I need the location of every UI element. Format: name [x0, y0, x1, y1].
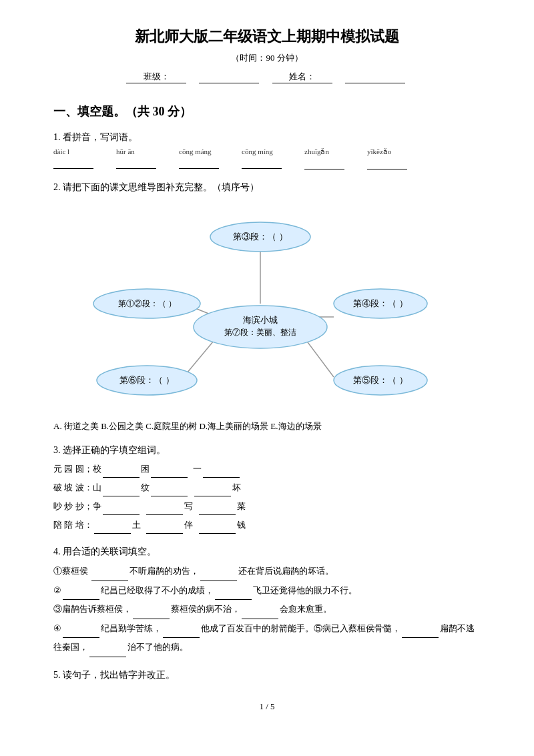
svg-text:第⑤段：（  ）: 第⑤段：（ ）	[353, 375, 407, 385]
question-5: 5. 读句子，找出错字并改正。	[53, 669, 481, 681]
q3-blank-3[interactable]	[203, 477, 240, 478]
svg-line-3	[184, 337, 217, 377]
pinyin-item-3: cōng máng	[179, 147, 226, 169]
q3-blank-11[interactable]	[146, 533, 183, 534]
pinyin-item-4: cōng míng	[242, 147, 288, 169]
q3-blank-8[interactable]	[146, 514, 183, 515]
q3-blank-12[interactable]	[199, 533, 236, 534]
q3-content: 元 园 圆；校困 一 破 坡 波：山纹 坏 吵 炒 抄；争 写 菜 陪 陪 培：…	[53, 460, 481, 534]
class-label: 班级：	[126, 71, 186, 83]
name-label: 姓名：	[272, 71, 332, 83]
subtitle: （时间：90 分钟）	[53, 52, 481, 64]
q3-blank-5[interactable]	[151, 496, 188, 496]
q3-row-3: 吵 炒 抄；争 写 菜	[53, 498, 481, 515]
q4-sentence-1: ①蔡桓侯 不听扁鹊的劝告，还在背后说扁鹊的坏话。	[53, 562, 481, 581]
q4-sentence-3: ③扁鹊告诉蔡桓侯，蔡桓侯的病不治，会愈来愈重。	[53, 600, 481, 619]
pinyin-item-1: dàic l	[53, 147, 100, 169]
answer-line-3[interactable]	[179, 157, 219, 169]
name-blank[interactable]	[345, 83, 405, 83]
pinyin-text-5: zhuīgǎn	[304, 147, 329, 156]
svg-text:海滨小城: 海滨小城	[243, 315, 278, 325]
pinyin-text-4: cōng míng	[242, 147, 273, 155]
q3-row-1: 元 园 圆；校困 一	[53, 460, 481, 478]
answer-line-1[interactable]	[53, 157, 93, 169]
pinyin-item-5: zhuīgǎn	[304, 147, 351, 169]
q3-blank-1[interactable]	[103, 477, 140, 478]
section1-header: 一、填空题。（共 30 分）	[53, 103, 481, 119]
q4-label: 4. 用合适的关联词填空。	[53, 546, 481, 558]
question-1: 1. 看拼音，写词语。 dàic l hūr ān cōng máng cōng…	[53, 131, 481, 169]
q3-blank-4[interactable]	[103, 496, 140, 496]
page-number: 1 / 5	[53, 701, 481, 712]
question-3: 3. 选择正确的字填空组词。 元 园 圆；校困 一 破 坡 波：山纹 坏 吵 炒…	[53, 444, 481, 534]
q4-blank-7[interactable]	[63, 637, 99, 638]
q4-sentence-2: ②纪昌已经取得了不小的成绩，飞卫还觉得他的眼力不行。	[53, 581, 481, 601]
svg-point-11	[194, 306, 327, 348]
q3-blank-7[interactable]	[103, 514, 140, 515]
answer-line-4[interactable]	[242, 157, 282, 169]
svg-text:第⑦段：美丽、整洁: 第⑦段：美丽、整洁	[224, 328, 296, 337]
q4-content: ①蔡桓侯 不听扁鹊的劝告，还在背后说扁鹊的坏话。 ②纪昌已经取得了不小的成绩，飞…	[53, 562, 481, 657]
q1-pinyin-row: dàic l hūr ān cōng máng cōng míng zhuīgǎ…	[53, 147, 481, 169]
svg-line-4	[304, 337, 334, 377]
q3-row-2: 破 坡 波：山纹 坏	[53, 479, 481, 496]
answer-line-6[interactable]	[367, 157, 407, 169]
question-4: 4. 用合适的关联词填空。 ①蔡桓侯 不听扁鹊的劝告，还在背后说扁鹊的坏话。 ②…	[53, 546, 481, 657]
q3-blank-9[interactable]	[199, 514, 236, 515]
svg-text:第③段：（  ）: 第③段：（ ）	[233, 232, 287, 242]
svg-text:第④段：（  ）: 第④段：（ ）	[353, 298, 407, 308]
q5-label: 5. 读句子，找出错字并改正。	[53, 669, 481, 681]
pinyin-item-6: yīkēzǎo	[367, 147, 414, 169]
q4-sentence-4: ④纪昌勤学苦练，他成了百发百中的射箭能手。⑤病已入蔡桓侯骨髓，扁鹊不逃往秦国，治…	[53, 619, 481, 657]
q3-blank-10[interactable]	[94, 533, 131, 534]
svg-text:第⑥段：（  ）: 第⑥段：（ ）	[119, 375, 174, 385]
question-2: 2. 请把下面的课文思维导图补充完整。（填序号） 第③段：（ ） 第①②段：（ …	[53, 181, 481, 432]
q3-blank-2[interactable]	[151, 477, 188, 478]
class-blank[interactable]	[199, 83, 259, 83]
pinyin-text-6: yīkēzǎo	[367, 147, 391, 156]
class-name-line: 班级： 姓名：	[53, 71, 481, 83]
q3-label: 3. 选择正确的字填空组词。	[53, 444, 481, 456]
pinyin-text-2: hūr ān	[116, 147, 135, 155]
mindmap: 第③段：（ ） 第①②段：（ ） 第④段：（ ） 海滨小城 第⑦段：美丽、整洁 …	[53, 200, 481, 414]
q2-label: 2. 请把下面的课文思维导图补充完整。（填序号）	[53, 181, 481, 194]
answer-line-5[interactable]	[304, 157, 344, 169]
answer-line-2[interactable]	[116, 157, 156, 169]
q1-label: 1. 看拼音，写词语。	[53, 131, 481, 143]
pinyin-text-1: dàic l	[53, 147, 69, 155]
q4-blank-8[interactable]	[163, 637, 200, 638]
q4-blank-10[interactable]	[89, 657, 126, 657]
svg-text:第①②段：（  ）: 第①②段：（ ）	[118, 299, 176, 308]
q4-blank-9[interactable]	[402, 637, 439, 638]
q3-row-4: 陪 陪 培：土 伴 钱	[53, 516, 481, 534]
q3-blank-6[interactable]	[194, 496, 231, 496]
q2-options: A. 街道之美 B.公园之美 C.庭院里的树 D.海上美丽的场景 E.海边的场景	[53, 420, 481, 432]
pinyin-text-3: cōng máng	[179, 147, 212, 155]
page-title: 新北师大版二年级语文上期期中模拟试题	[53, 27, 481, 47]
pinyin-item-2: hūr ān	[116, 147, 163, 169]
